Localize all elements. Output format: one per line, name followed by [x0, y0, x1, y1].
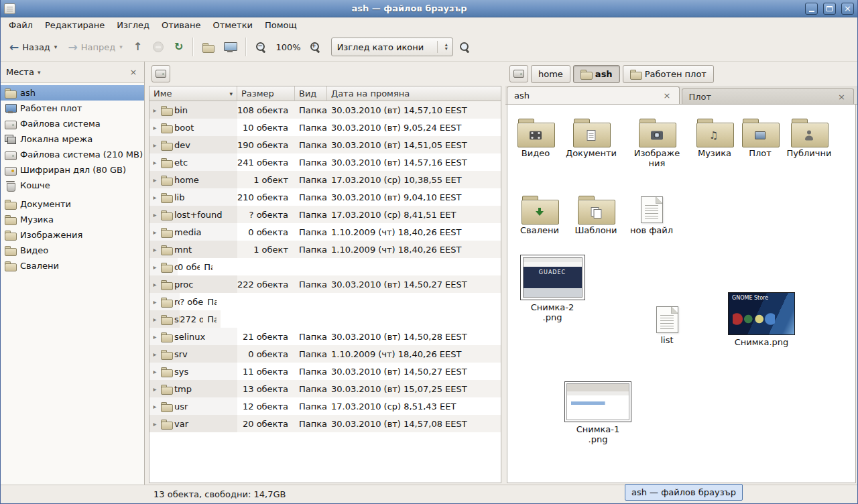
file-row[interactable]: ▸ selinux 21 обекта Папка 30.03.2010 (вт…	[149, 328, 501, 345]
view-mode-select[interactable]: Изглед като икони ▴ ▾	[331, 38, 453, 56]
sidebar-bookmark-item[interactable]: Видео	[1, 243, 144, 258]
file-row[interactable]: ▸ sys 11 обекта Папка 30.03.2010 (вт) 14…	[149, 363, 501, 380]
menu-item[interactable]: Файл	[3, 18, 39, 32]
file-row[interactable]: ▸ proc 222 обекта Папка 30.03.2010 (вт) …	[149, 275, 501, 293]
menu-item[interactable]: Редактиране	[39, 18, 111, 32]
file-row[interactable]: ▸ lib 210 обекта Папка 30.03.2010 (вт) 9…	[149, 188, 501, 206]
icon-item[interactable]: GUADEC Снимка-2.png	[519, 255, 586, 323]
zoom-out-button[interactable]: −	[251, 36, 271, 58]
file-row[interactable]: ▸ etc 241 обекта Папка 30.03.2010 (вт) 1…	[149, 153, 501, 171]
zoom-in-button[interactable]: +	[305, 36, 326, 58]
left-pane-root-button[interactable]	[151, 65, 170, 82]
expander-icon[interactable]: ▸	[151, 281, 158, 288]
column-header-date[interactable]: Дата на промяна	[327, 86, 501, 101]
file-row[interactable]: ▸ sbin 272 обекта Папка 30.03.2010 (вт) …	[149, 310, 221, 328]
expander-icon[interactable]: ▸	[151, 229, 158, 236]
path-button[interactable]: home	[531, 65, 570, 83]
tab[interactable]: ash ×	[507, 86, 680, 104]
minimize-button[interactable]	[805, 3, 818, 15]
column-header-name[interactable]: Име ▾	[149, 86, 237, 101]
sidebar-place-item[interactable]: Шифриран дял (80 GB)	[1, 162, 144, 178]
file-row[interactable]: ▸ usr 12 обекта Папка 17.03.2010 (ср) 8,…	[149, 397, 501, 415]
file-row[interactable]: ▸ dev 190 обекта Папка 30.03.2010 (вт) 1…	[149, 136, 501, 153]
expander-icon[interactable]: ▸	[151, 246, 158, 253]
tab[interactable]: Плот ×	[682, 88, 855, 104]
icon-item[interactable]: Видео	[509, 115, 562, 158]
file-row[interactable]: ▸ srv 0 обекта Папка 1.10.2009 (чт) 18,4…	[149, 345, 501, 363]
expander-icon[interactable]: ▸	[151, 107, 158, 114]
icon-item[interactable]: Публични	[782, 115, 836, 158]
menu-item[interactable]: Изглед	[111, 18, 156, 32]
icon-item[interactable]: Свалени	[513, 192, 566, 235]
tab-close-button[interactable]: ×	[837, 92, 847, 101]
expander-icon[interactable]: ▸	[151, 298, 158, 306]
sidebar-bookmark-item[interactable]: Изображения	[1, 227, 144, 243]
file-row[interactable]: ▸ lost+found ? обекта Папка 17.03.2010 (…	[149, 206, 501, 223]
icon-item[interactable]: Документи	[564, 115, 618, 158]
file-row[interactable]: ▸ bin 108 обекта Папка 30.03.2010 (вт) 1…	[149, 101, 501, 119]
sidebar-place-item[interactable]: Файлова система (210 MB)	[1, 147, 144, 162]
sidebar-bookmark-item[interactable]: Документи	[1, 196, 144, 212]
column-header-type[interactable]: Вид	[295, 86, 327, 101]
expander-icon[interactable]: ▸	[151, 385, 158, 393]
sidebar-close-button[interactable]: ×	[128, 68, 139, 77]
sidebar-place-item[interactable]: Работен плот	[1, 101, 144, 116]
expander-icon[interactable]: ▸	[151, 316, 158, 323]
icon-item[interactable]: Шаблони	[569, 192, 623, 235]
expander-icon[interactable]: ▸	[151, 194, 158, 201]
sidebar-place-item[interactable]: Локална мрежа	[1, 131, 144, 147]
icon-view[interactable]: Видео Документи	[507, 105, 856, 483]
file-row[interactable]: ▸ boot 10 обекта Папка 30.03.2010 (вт) 9…	[149, 119, 501, 136]
stop-button[interactable]	[148, 36, 168, 58]
menu-item[interactable]: Отметки	[206, 18, 258, 32]
menu-item[interactable]: Отиване	[156, 18, 206, 32]
icon-item[interactable]: list	[640, 302, 694, 345]
sidebar-place-item[interactable]: ash	[1, 85, 144, 101]
tab-close-button[interactable]: ×	[662, 91, 672, 100]
expander-icon[interactable]: ▸	[151, 351, 158, 358]
expander-icon[interactable]: ▸	[151, 333, 158, 340]
column-header-size[interactable]: Размер	[237, 86, 295, 101]
file-row[interactable]: ▸ home 1 обект Папка 17.03.2010 (ср) 10,…	[149, 171, 501, 188]
icon-item[interactable]: Снимка-1.png	[562, 381, 633, 445]
path-root-button[interactable]	[509, 65, 528, 82]
expander-icon[interactable]: ▸	[151, 368, 158, 375]
sidebar-bookmark-item[interactable]: Свалени	[1, 258, 144, 273]
file-row[interactable]: ▸ opt 0 обекта Папка 1.10.2009 (чт) 18,4…	[149, 258, 217, 275]
icon-item[interactable]: GNOME Store Снимка.png	[726, 292, 797, 347]
icon-item[interactable]: нов файл	[625, 192, 678, 235]
expander-icon[interactable]: ▸	[151, 141, 158, 149]
reload-button[interactable]: ↻	[170, 36, 188, 58]
expander-icon[interactable]: ▸	[151, 176, 158, 184]
path-button[interactable]: ash	[573, 65, 620, 83]
chevron-down-icon[interactable]: ▾	[38, 69, 41, 76]
combo-spinner-icon[interactable]: ▴ ▾	[442, 43, 451, 51]
computer-button[interactable]	[219, 36, 241, 58]
file-row[interactable]: ▸ mnt 1 обект Папка 1.10.2009 (чт) 18,40…	[149, 241, 501, 258]
sidebar-place-item[interactable]: Файлова система	[1, 116, 144, 131]
up-button[interactable]: ↑	[129, 36, 147, 58]
close-button[interactable]: ×	[841, 3, 854, 15]
forward-button[interactable]: → Напред ▾	[63, 36, 127, 58]
icon-item[interactable]: Плот	[733, 115, 787, 158]
expander-icon[interactable]: ▸	[151, 263, 158, 271]
file-row[interactable]: ▸ tmp 13 обекта Папка 30.03.2010 (вт) 15…	[149, 380, 501, 397]
path-button[interactable]: Работен плот	[623, 65, 714, 83]
file-row[interactable]: ▸ media 0 обекта Папка 1.10.2009 (чт) 18…	[149, 223, 501, 241]
expander-icon[interactable]: ▸	[151, 159, 158, 166]
expander-icon[interactable]: ▸	[151, 420, 158, 428]
icon-item[interactable]: Изображения	[630, 115, 684, 169]
back-history-dropdown-icon[interactable]: ▾	[54, 44, 58, 50]
search-button[interactable]	[454, 36, 475, 58]
maximize-button[interactable]	[823, 3, 836, 15]
expander-icon[interactable]: ▸	[151, 211, 158, 218]
menu-item[interactable]: Помощ	[259, 18, 303, 32]
expander-icon[interactable]: ▸	[151, 124, 158, 131]
sidebar-bookmark-item[interactable]: Музика	[1, 212, 144, 227]
file-row[interactable]: ▸ var 20 обекта Папка 30.03.2010 (вт) 14…	[149, 415, 501, 432]
places-selector[interactable]: Места	[6, 67, 34, 77]
titlebar[interactable]: ash — файлов браузър ×	[1, 0, 857, 17]
sidebar-place-item[interactable]: Кошче	[1, 178, 144, 193]
expander-icon[interactable]: ▸	[151, 403, 158, 410]
file-row[interactable]: ▸ root ? обекта Папка 30.03.2010 (вт) 14…	[149, 293, 221, 310]
